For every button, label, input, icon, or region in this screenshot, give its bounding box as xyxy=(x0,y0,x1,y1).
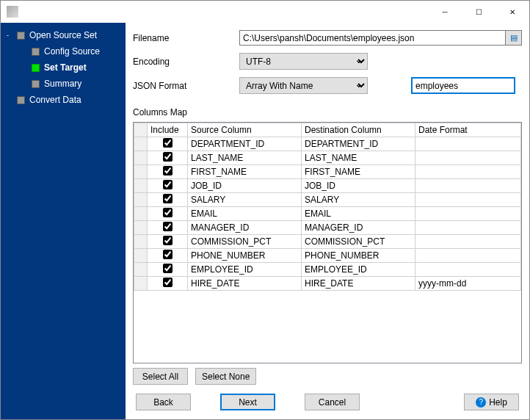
jsonformat-select[interactable]: Array With Name xyxy=(239,77,368,94)
step-node-icon xyxy=(17,32,25,40)
table-row[interactable]: PHONE_NUMBERPHONE_NUMBER xyxy=(134,249,521,263)
cell-dest[interactable]: PHONE_NUMBER xyxy=(302,249,415,263)
table-row[interactable]: SALARYSALARY xyxy=(134,193,521,207)
window-controls: ─ ☐ ✕ xyxy=(428,1,529,23)
cell-dest[interactable]: MANAGER_ID xyxy=(302,221,415,235)
col-datefmt[interactable]: Date Format xyxy=(415,123,521,137)
minimize-button[interactable]: ─ xyxy=(428,1,462,23)
include-checkbox[interactable] xyxy=(163,250,173,259)
cell-dest[interactable]: EMPLOYEE_ID xyxy=(302,263,415,277)
cell-source[interactable]: HIRE_DATE xyxy=(188,277,302,291)
sidebar-item-label: Set Target xyxy=(44,62,87,73)
table-row[interactable]: EMAILEMAIL xyxy=(134,207,521,221)
table-row[interactable]: MANAGER_IDMANAGER_ID xyxy=(134,221,521,235)
cell-dest[interactable]: COMMISSION_PCT xyxy=(302,235,415,249)
cell-source[interactable]: FIRST_NAME xyxy=(188,165,302,179)
row-header xyxy=(134,221,148,235)
table-row[interactable]: LAST_NAMELAST_NAME xyxy=(134,151,521,165)
cell-dest[interactable]: EMAIL xyxy=(302,207,415,221)
sidebar-step-convert-data[interactable]: Convert Data xyxy=(1,92,126,108)
encoding-label: Encoding xyxy=(133,57,239,67)
wizard-sidebar: -Open Source SetConfig SourceSet TargetS… xyxy=(1,23,126,419)
include-checkbox[interactable] xyxy=(163,222,173,231)
cell-source[interactable]: JOB_ID xyxy=(188,179,302,193)
wizard-window: ─ ☐ ✕ -Open Source SetConfig SourceSet T… xyxy=(0,0,530,420)
include-checkbox[interactable] xyxy=(163,180,173,189)
step-node-icon xyxy=(32,64,40,72)
cell-dest[interactable]: DEPARTMENT_ID xyxy=(302,137,415,151)
next-button[interactable]: Next xyxy=(220,394,275,410)
cell-source[interactable]: LAST_NAME xyxy=(188,151,302,165)
include-checkbox[interactable] xyxy=(163,208,173,217)
app-icon xyxy=(7,6,18,18)
sidebar-step-set-target[interactable]: Set Target xyxy=(1,59,126,76)
cell-dest[interactable]: JOB_ID xyxy=(302,179,415,193)
cell-datefmt[interactable] xyxy=(415,263,521,277)
help-button[interactable]: ? Help xyxy=(464,394,519,410)
cell-datefmt[interactable] xyxy=(415,235,521,249)
cell-source[interactable]: PHONE_NUMBER xyxy=(188,249,302,263)
cell-dest[interactable]: LAST_NAME xyxy=(302,151,415,165)
row-header xyxy=(134,165,148,179)
help-icon: ? xyxy=(476,397,486,408)
include-checkbox[interactable] xyxy=(163,152,173,162)
step-node-icon xyxy=(17,96,25,104)
cell-datefmt[interactable] xyxy=(415,165,521,179)
col-source[interactable]: Source Column xyxy=(188,123,302,137)
cell-datefmt[interactable] xyxy=(415,151,521,165)
include-checkbox[interactable] xyxy=(163,236,173,245)
sidebar-step-summary[interactable]: Summary xyxy=(1,76,126,92)
columns-grid[interactable]: Include Source Column Destination Column… xyxy=(133,122,522,363)
table-row[interactable]: DEPARTMENT_IDDEPARTMENT_ID xyxy=(134,137,521,151)
include-checkbox[interactable] xyxy=(163,138,173,148)
browse-button[interactable]: ▤ xyxy=(506,30,522,46)
include-checkbox[interactable] xyxy=(163,194,173,203)
step-node-icon xyxy=(32,80,40,88)
cell-dest[interactable]: FIRST_NAME xyxy=(302,165,415,179)
cell-source[interactable]: EMPLOYEE_ID xyxy=(188,263,302,277)
array-name-input[interactable] xyxy=(412,78,515,93)
sidebar-step-open-source-set[interactable]: -Open Source Set xyxy=(1,27,126,43)
main-panel: Filename ▤ Encoding UTF-8 JSON Format xyxy=(126,23,529,419)
select-all-button[interactable]: Select All xyxy=(133,368,188,385)
sidebar-item-label: Open Source Set xyxy=(29,30,97,40)
cell-datefmt[interactable]: yyyy-mm-dd xyxy=(415,277,521,291)
row-header xyxy=(134,249,148,263)
cell-datefmt[interactable] xyxy=(415,179,521,193)
back-button[interactable]: Back xyxy=(136,394,191,410)
select-none-button[interactable]: Select None xyxy=(195,368,256,385)
cell-source[interactable]: COMMISSION_PCT xyxy=(188,235,302,249)
encoding-select[interactable]: UTF-8 xyxy=(239,53,368,70)
step-node-icon xyxy=(32,48,40,56)
cell-datefmt[interactable] xyxy=(415,249,521,263)
cell-dest[interactable]: SALARY xyxy=(302,193,415,207)
table-row[interactable]: COMMISSION_PCTCOMMISSION_PCT xyxy=(134,235,521,249)
cell-source[interactable]: SALARY xyxy=(188,193,302,207)
col-include[interactable]: Include xyxy=(148,123,188,137)
cell-datefmt[interactable] xyxy=(415,221,521,235)
row-header xyxy=(134,137,148,151)
table-row[interactable]: JOB_IDJOB_ID xyxy=(134,179,521,193)
include-checkbox[interactable] xyxy=(163,278,173,287)
filename-input[interactable] xyxy=(239,30,506,46)
table-row[interactable]: EMPLOYEE_IDEMPLOYEE_ID xyxy=(134,263,521,277)
row-header xyxy=(134,207,148,221)
cell-datefmt[interactable] xyxy=(415,137,521,151)
cell-source[interactable]: EMAIL xyxy=(188,207,302,221)
include-checkbox[interactable] xyxy=(163,264,173,273)
table-row[interactable]: FIRST_NAMEFIRST_NAME xyxy=(134,165,521,179)
include-checkbox[interactable] xyxy=(163,166,173,175)
cell-source[interactable]: DEPARTMENT_ID xyxy=(188,137,302,151)
titlebar: ─ ☐ ✕ xyxy=(1,1,529,23)
jsonformat-label: JSON Format xyxy=(133,81,239,91)
cell-datefmt[interactable] xyxy=(415,207,521,221)
cancel-button[interactable]: Cancel xyxy=(305,394,360,410)
maximize-button[interactable]: ☐ xyxy=(462,1,495,23)
close-button[interactable]: ✕ xyxy=(495,1,529,23)
table-row[interactable]: HIRE_DATEHIRE_DATEyyyy-mm-dd xyxy=(134,277,521,291)
cell-source[interactable]: MANAGER_ID xyxy=(188,221,302,235)
cell-dest[interactable]: HIRE_DATE xyxy=(302,277,415,291)
sidebar-step-config-source[interactable]: Config Source xyxy=(1,43,126,59)
col-dest[interactable]: Destination Column xyxy=(302,123,415,137)
cell-datefmt[interactable] xyxy=(415,193,521,207)
